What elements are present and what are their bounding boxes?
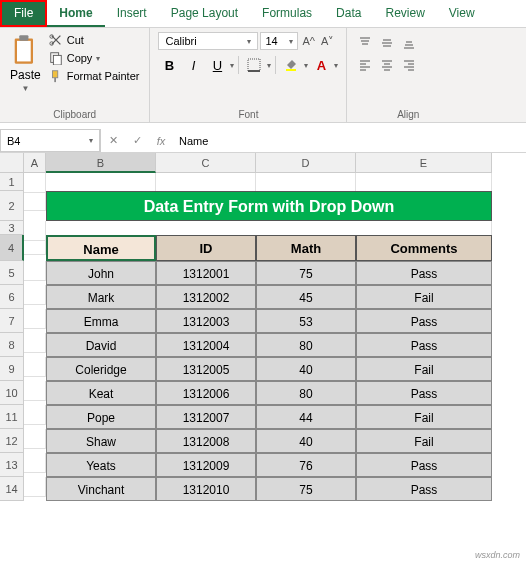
table-cell-id[interactable]: 1312010 xyxy=(156,477,256,501)
cell[interactable] xyxy=(24,285,46,305)
copy-button[interactable]: Copy ▾ xyxy=(47,50,142,66)
accept-formula-button[interactable]: ✓ xyxy=(125,134,149,147)
table-cell-math[interactable]: 80 xyxy=(256,381,356,405)
tab-file[interactable]: File xyxy=(0,0,47,27)
cell[interactable] xyxy=(24,173,46,193)
table-cell-name[interactable]: Yeats xyxy=(46,453,156,477)
cell[interactable] xyxy=(256,173,356,193)
bold-button[interactable]: B xyxy=(158,54,180,76)
row-header[interactable]: 7 xyxy=(0,309,24,333)
table-cell-name[interactable]: Mark xyxy=(46,285,156,309)
table-cell-name[interactable]: David xyxy=(46,333,156,357)
col-header-e[interactable]: E xyxy=(356,153,492,173)
table-cell-name[interactable]: Pope xyxy=(46,405,156,429)
table-cell-name[interactable]: Coleridge xyxy=(46,357,156,381)
row-header-2[interactable]: 2 xyxy=(0,191,24,221)
cell[interactable] xyxy=(24,429,46,449)
table-cell-name[interactable]: Shaw xyxy=(46,429,156,453)
header-comments-cell[interactable]: Comments xyxy=(356,235,492,261)
col-header-b[interactable]: B xyxy=(46,153,156,173)
cell[interactable] xyxy=(24,381,46,401)
table-cell-math[interactable]: 40 xyxy=(256,357,356,381)
font-name-select[interactable]: Calibri ▾ xyxy=(158,32,258,50)
font-color-button[interactable]: A xyxy=(310,54,332,76)
table-cell-math[interactable]: 40 xyxy=(256,429,356,453)
table-cell-id[interactable]: 1312004 xyxy=(156,333,256,357)
table-cell-math[interactable]: 76 xyxy=(256,453,356,477)
align-left-button[interactable] xyxy=(355,56,375,74)
table-cell-id[interactable]: 1312009 xyxy=(156,453,256,477)
header-name-cell[interactable]: Name xyxy=(46,235,156,261)
table-cell-math[interactable]: 75 xyxy=(256,477,356,501)
fill-color-button[interactable] xyxy=(280,54,302,76)
header-id-cell[interactable]: ID xyxy=(156,235,256,261)
cancel-formula-button[interactable]: ✕ xyxy=(101,134,125,147)
table-cell-id[interactable]: 1312005 xyxy=(156,357,256,381)
table-cell-id[interactable]: 1312007 xyxy=(156,405,256,429)
cell[interactable] xyxy=(46,173,156,193)
row-header-4[interactable]: 4 xyxy=(0,235,24,261)
table-cell-comments[interactable]: Fail xyxy=(356,429,492,453)
table-cell-math[interactable]: 45 xyxy=(256,285,356,309)
cell[interactable] xyxy=(24,333,46,353)
align-middle-button[interactable] xyxy=(377,34,397,52)
row-header-1[interactable]: 1 xyxy=(0,173,24,191)
table-cell-comments[interactable]: Pass xyxy=(356,453,492,477)
title-cell[interactable]: Data Entry Form with Drop Down xyxy=(46,191,492,221)
italic-button[interactable]: I xyxy=(182,54,204,76)
paste-button[interactable]: Paste ▼ xyxy=(8,32,43,95)
table-cell-math[interactable]: 80 xyxy=(256,333,356,357)
name-box[interactable]: B4 ▾ xyxy=(0,129,100,152)
row-header[interactable]: 14 xyxy=(0,477,24,501)
cut-button[interactable]: Cut xyxy=(47,32,142,48)
row-header[interactable]: 6 xyxy=(0,285,24,309)
table-cell-comments[interactable]: Fail xyxy=(356,357,492,381)
row-header[interactable]: 12 xyxy=(0,429,24,453)
table-cell-id[interactable]: 1312003 xyxy=(156,309,256,333)
row-header[interactable]: 5 xyxy=(0,261,24,285)
cell[interactable] xyxy=(24,405,46,425)
table-cell-name[interactable]: Emma xyxy=(46,309,156,333)
formula-input[interactable] xyxy=(173,129,526,152)
row-header-3[interactable]: 3 xyxy=(0,221,24,235)
tab-formulas[interactable]: Formulas xyxy=(250,0,324,27)
format-painter-button[interactable]: Format Painter xyxy=(47,68,142,84)
grow-font-button[interactable]: A^ xyxy=(300,33,317,49)
table-cell-id[interactable]: 1312006 xyxy=(156,381,256,405)
underline-button[interactable]: U xyxy=(206,54,228,76)
table-cell-name[interactable]: Keat xyxy=(46,381,156,405)
table-cell-math[interactable]: 44 xyxy=(256,405,356,429)
row-header[interactable]: 10 xyxy=(0,381,24,405)
table-cell-comments[interactable]: Fail xyxy=(356,405,492,429)
table-cell-math[interactable]: 53 xyxy=(256,309,356,333)
font-size-select[interactable]: 14 ▾ xyxy=(260,32,298,50)
header-math-cell[interactable]: Math xyxy=(256,235,356,261)
shrink-font-button[interactable]: A˅ xyxy=(319,33,336,50)
row-header[interactable]: 11 xyxy=(0,405,24,429)
tab-view[interactable]: View xyxy=(437,0,487,27)
tab-page-layout[interactable]: Page Layout xyxy=(159,0,250,27)
select-all-corner[interactable] xyxy=(0,153,24,173)
align-center-button[interactable] xyxy=(377,56,397,74)
table-cell-comments[interactable]: Pass xyxy=(356,333,492,357)
table-cell-comments[interactable]: Pass xyxy=(356,381,492,405)
tab-home[interactable]: Home xyxy=(47,0,104,27)
table-cell-comments[interactable]: Pass xyxy=(356,477,492,501)
cell[interactable] xyxy=(24,357,46,377)
align-right-button[interactable] xyxy=(399,56,419,74)
row-header[interactable]: 9 xyxy=(0,357,24,381)
table-cell-id[interactable]: 1312008 xyxy=(156,429,256,453)
align-top-button[interactable] xyxy=(355,34,375,52)
fx-button[interactable]: fx xyxy=(149,135,173,147)
table-cell-id[interactable]: 1312002 xyxy=(156,285,256,309)
col-header-a[interactable]: A xyxy=(24,153,46,173)
tab-review[interactable]: Review xyxy=(373,0,436,27)
col-header-d[interactable]: D xyxy=(256,153,356,173)
cell[interactable] xyxy=(24,309,46,329)
col-header-c[interactable]: C xyxy=(156,153,256,173)
cell[interactable] xyxy=(24,261,46,281)
tab-data[interactable]: Data xyxy=(324,0,373,27)
row-header[interactable]: 13 xyxy=(0,453,24,477)
cell[interactable] xyxy=(24,477,46,497)
table-cell-name[interactable]: Vinchant xyxy=(46,477,156,501)
